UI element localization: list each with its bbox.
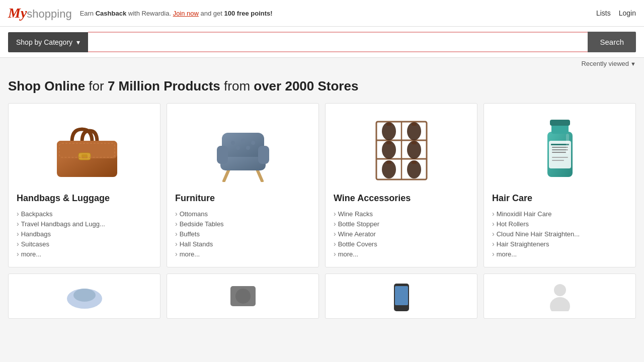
furniture-title: Furniture: [175, 193, 310, 204]
hero-heading: Shop Online for 7 Million Products from …: [8, 78, 636, 94]
lists-link[interactable]: Lists: [596, 9, 611, 17]
svg-rect-25: [386, 141, 391, 144]
svg-rect-9: [217, 146, 228, 164]
svg-rect-34: [550, 120, 570, 126]
bottom-product-2-icon: [223, 281, 263, 311]
handbags-link-more[interactable]: more...: [21, 250, 41, 258]
handbags-title: Handbags & Luggage: [17, 193, 152, 204]
haircare-title: Hair Care: [492, 193, 627, 204]
svg-rect-21: [386, 123, 391, 126]
logo-shopping: shopping: [27, 8, 71, 21]
login-link[interactable]: Login: [619, 9, 636, 17]
handbags-links: Backpacks Travel Handbags and Lugg... Ha…: [17, 209, 152, 259]
svg-rect-10: [258, 146, 269, 164]
category-card-haircare: Hair Care Minoxidil Hair Care Hot Roller…: [484, 103, 636, 267]
svg-rect-37: [552, 147, 568, 148]
svg-point-50: [550, 297, 570, 311]
hero-for: for: [85, 78, 108, 94]
svg-rect-31: [412, 161, 417, 164]
bottom-product-3-icon: [381, 281, 422, 311]
wine-links: Wine Racks Bottle Stopper Wine Aerator B…: [334, 209, 469, 259]
join-now-link[interactable]: Join now: [173, 10, 199, 17]
furniture-link-1[interactable]: Bedside Tables: [180, 220, 224, 228]
chair-icon: [203, 117, 283, 182]
svg-rect-38: [552, 149, 568, 150]
wine-link-2[interactable]: Wine Aerator: [338, 230, 376, 238]
bottom-card-3: [325, 274, 477, 319]
svg-line-6: [257, 169, 262, 181]
svg-point-15: [246, 146, 250, 150]
bottom-card-2: [167, 274, 319, 319]
wine-link-0[interactable]: Wine Racks: [338, 210, 373, 218]
hero-stores: over 2000 Stores: [254, 78, 358, 94]
category-card-handbags: Handbags & Luggage Backpacks Travel Hand…: [8, 103, 160, 267]
svg-point-11: [231, 141, 235, 145]
svg-point-44: [73, 289, 96, 302]
cashback-mid: with Rewardia.: [126, 10, 173, 17]
chevron-down-icon: ▾: [76, 38, 80, 46]
furniture-link-more[interactable]: more...: [180, 250, 200, 258]
svg-line-5: [224, 169, 229, 181]
cashback-pre: Earn: [80, 10, 96, 17]
search-input[interactable]: [88, 32, 588, 52]
haircare-link-2[interactable]: Cloud Nine Hair Straighten...: [497, 230, 580, 238]
wine-image: [334, 112, 469, 187]
search-bar: Shop by Category ▾ Search: [0, 27, 644, 58]
logo[interactable]: Myshopping: [8, 5, 72, 21]
handbag-icon: [44, 117, 125, 182]
haircare-link-3[interactable]: Hair Straighteners: [497, 240, 549, 248]
category-card-wine: Wine Accessories Wine Racks Bottle Stopp…: [325, 103, 477, 267]
svg-point-49: [554, 284, 566, 296]
svg-point-46: [235, 289, 251, 304]
wine-link-1[interactable]: Bottle Stopper: [338, 220, 379, 228]
haircare-link-0[interactable]: Minoxidil Hair Care: [497, 210, 552, 218]
furniture-image: [175, 112, 310, 187]
svg-rect-41: [552, 160, 564, 161]
haircare-links: Minoxidil Hair Care Hot Rollers Cloud Ni…: [492, 209, 627, 259]
header-top: Myshopping Earn Cashback with Rewardia. …: [0, 0, 644, 27]
wine-link-3[interactable]: Bottle Covers: [338, 240, 377, 248]
svg-rect-48: [395, 286, 408, 305]
furniture-link-0[interactable]: Ottomans: [180, 210, 208, 218]
svg-rect-42: [566, 134, 569, 154]
category-grid: Handbags & Luggage Backpacks Travel Hand…: [0, 99, 644, 274]
svg-point-14: [236, 146, 240, 150]
furniture-link-2[interactable]: Buffets: [180, 230, 200, 238]
wine-title: Wine Accessories: [334, 193, 469, 204]
handbags-link-2[interactable]: Handbags: [21, 230, 51, 238]
category-card-furniture: Furniture Ottomans Bedside Tables Buffet…: [167, 103, 319, 267]
header-links: Lists Login: [596, 9, 636, 17]
search-button[interactable]: Search: [588, 32, 636, 52]
hero-shop-online: Shop Online: [8, 78, 85, 94]
svg-rect-39: [552, 152, 566, 153]
handbags-link-0[interactable]: Backpacks: [21, 210, 53, 218]
svg-rect-8: [222, 133, 264, 157]
cashback-points: 100 free points!: [224, 10, 273, 17]
handbags-image: [17, 112, 152, 187]
logo-area: Myshopping Earn Cashback with Rewardia. …: [8, 5, 273, 21]
cashback-banner: Earn Cashback with Rewardia. Join now an…: [80, 10, 273, 17]
bottom-product-4-icon: [540, 281, 580, 311]
hero-section: Shop Online for 7 Million Products from …: [0, 69, 644, 99]
svg-rect-29: [386, 161, 391, 164]
furniture-links: Ottomans Bedside Tables Buffets Hall Sta…: [175, 209, 310, 259]
hero-million: 7 Million Products: [108, 78, 220, 94]
haircare-link-1[interactable]: Hot Rollers: [497, 220, 529, 228]
bottom-category-grid: [0, 274, 644, 325]
cashback-post: and get: [199, 10, 224, 17]
svg-point-13: [251, 141, 255, 145]
svg-point-12: [241, 139, 245, 143]
wine-link-more[interactable]: more...: [338, 250, 358, 258]
handbags-link-3[interactable]: Suitcases: [21, 240, 49, 248]
bottom-card-4: [484, 274, 636, 319]
svg-rect-23: [412, 123, 417, 126]
haircare-image: [492, 112, 627, 187]
recently-viewed-bar[interactable]: Recently viewed: [0, 58, 644, 69]
hero-from: from: [220, 78, 254, 94]
handbags-link-1[interactable]: Travel Handbags and Lugg...: [21, 220, 105, 228]
recently-viewed-label[interactable]: Recently viewed: [581, 60, 636, 67]
furniture-link-3[interactable]: Hall Stands: [180, 240, 213, 248]
shop-by-category-button[interactable]: Shop by Category ▾: [8, 32, 88, 52]
cashback-bold: Cashback: [96, 10, 126, 17]
haircare-link-more[interactable]: more...: [497, 250, 517, 258]
